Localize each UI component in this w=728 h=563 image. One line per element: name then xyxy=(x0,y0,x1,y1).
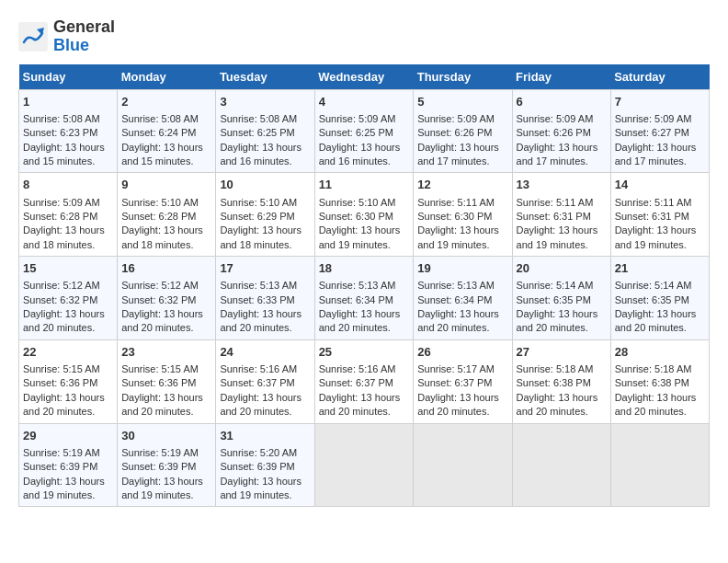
sunrise-label: Sunrise: 5:11 AM xyxy=(417,197,495,208)
calendar-week-4: 22Sunrise: 5:15 AMSunset: 6:36 PMDayligh… xyxy=(19,339,710,423)
calendar-cell: 12Sunrise: 5:11 AMSunset: 6:30 PMDayligh… xyxy=(414,173,512,257)
calendar-week-1: 1Sunrise: 5:08 AMSunset: 6:23 PMDaylight… xyxy=(19,89,710,173)
sunset-label: Sunset: 6:37 PM xyxy=(417,377,492,388)
day-number: 6 xyxy=(517,94,607,110)
daylight-label: Daylight: 13 hours and 18 minutes. xyxy=(121,224,203,249)
sunrise-label: Sunrise: 5:19 AM xyxy=(23,447,100,458)
day-number: 30 xyxy=(121,428,211,444)
logo-svg xyxy=(18,22,48,52)
sunset-label: Sunset: 6:31 PM xyxy=(517,211,591,222)
calendar-cell: 17Sunrise: 5:13 AMSunset: 6:33 PMDayligh… xyxy=(216,257,314,340)
calendar-cell: 20Sunrise: 5:14 AMSunset: 6:35 PMDayligh… xyxy=(512,257,610,340)
calendar-cell xyxy=(314,423,414,507)
day-number: 12 xyxy=(417,177,507,193)
day-number: 5 xyxy=(417,94,507,110)
day-number: 23 xyxy=(121,344,211,361)
calendar-cell: 9Sunrise: 5:10 AMSunset: 6:28 PMDaylight… xyxy=(118,173,216,257)
sunrise-label: Sunrise: 5:10 AM xyxy=(121,197,199,208)
calendar-cell: 5Sunrise: 5:09 AMSunset: 6:26 PMDaylight… xyxy=(414,89,512,173)
sunset-label: Sunset: 6:32 PM xyxy=(121,294,196,305)
sunset-label: Sunset: 6:24 PM xyxy=(121,127,196,138)
sunrise-label: Sunrise: 5:08 AM xyxy=(23,113,100,124)
daylight-label: Daylight: 13 hours and 16 minutes. xyxy=(319,142,401,167)
sunset-label: Sunset: 6:30 PM xyxy=(417,211,492,222)
day-number: 14 xyxy=(615,177,705,193)
day-number: 16 xyxy=(121,260,211,277)
daylight-label: Daylight: 13 hours and 16 minutes. xyxy=(220,142,301,167)
calendar-cell: 15Sunrise: 5:12 AMSunset: 6:32 PMDayligh… xyxy=(19,257,118,340)
calendar-cell: 7Sunrise: 5:09 AMSunset: 6:27 PMDaylight… xyxy=(610,89,709,173)
calendar-cell: 19Sunrise: 5:13 AMSunset: 6:34 PMDayligh… xyxy=(414,257,512,340)
day-header-friday: Friday xyxy=(512,64,610,90)
sunrise-label: Sunrise: 5:16 AM xyxy=(220,363,297,374)
calendar-body: 1Sunrise: 5:08 AMSunset: 6:23 PMDaylight… xyxy=(19,89,710,507)
calendar-cell xyxy=(512,423,610,507)
daylight-label: Daylight: 13 hours and 20 minutes. xyxy=(23,308,105,333)
sunset-label: Sunset: 6:37 PM xyxy=(220,377,294,388)
sunrise-label: Sunrise: 5:12 AM xyxy=(23,280,100,291)
day-header-tuesday: Tuesday xyxy=(216,64,314,90)
day-number: 7 xyxy=(615,94,705,110)
sunrise-label: Sunrise: 5:09 AM xyxy=(319,113,396,124)
day-number: 19 xyxy=(417,260,507,277)
daylight-label: Daylight: 13 hours and 20 minutes. xyxy=(417,308,499,333)
calendar-cell: 14Sunrise: 5:11 AMSunset: 6:31 PMDayligh… xyxy=(610,173,709,257)
daylight-label: Daylight: 13 hours and 19 minutes. xyxy=(121,476,203,500)
daylight-label: Daylight: 13 hours and 18 minutes. xyxy=(23,224,105,249)
sunset-label: Sunset: 6:31 PM xyxy=(615,211,689,222)
sunrise-label: Sunrise: 5:13 AM xyxy=(319,280,396,291)
daylight-label: Daylight: 13 hours and 19 minutes. xyxy=(517,224,598,249)
sunrise-label: Sunrise: 5:09 AM xyxy=(615,113,692,124)
sunrise-label: Sunrise: 5:11 AM xyxy=(615,197,692,208)
calendar-cell: 21Sunrise: 5:14 AMSunset: 6:35 PMDayligh… xyxy=(610,257,709,340)
sunset-label: Sunset: 6:26 PM xyxy=(517,127,591,138)
day-header-sunday: Sunday xyxy=(19,64,118,90)
sunset-label: Sunset: 6:28 PM xyxy=(121,211,196,222)
daylight-label: Daylight: 13 hours and 20 minutes. xyxy=(517,308,598,333)
calendar-cell: 25Sunrise: 5:16 AMSunset: 6:37 PMDayligh… xyxy=(314,339,414,423)
day-number: 18 xyxy=(319,260,410,277)
calendar-cell: 13Sunrise: 5:11 AMSunset: 6:31 PMDayligh… xyxy=(512,173,610,257)
sunset-label: Sunset: 6:39 PM xyxy=(220,461,294,472)
daylight-label: Daylight: 13 hours and 20 minutes. xyxy=(615,308,697,333)
sunset-label: Sunset: 6:25 PM xyxy=(220,127,294,138)
daylight-label: Daylight: 13 hours and 20 minutes. xyxy=(121,392,203,417)
page-header: General Blue xyxy=(18,18,710,55)
daylight-label: Daylight: 13 hours and 19 minutes. xyxy=(615,224,697,249)
day-number: 3 xyxy=(220,94,310,110)
sunrise-label: Sunrise: 5:12 AM xyxy=(121,280,199,291)
daylight-label: Daylight: 13 hours and 15 minutes. xyxy=(121,142,203,167)
calendar-week-2: 8Sunrise: 5:09 AMSunset: 6:28 PMDaylight… xyxy=(19,173,710,257)
day-number: 11 xyxy=(319,177,410,193)
day-number: 29 xyxy=(23,428,113,444)
logo: General Blue xyxy=(18,18,115,55)
calendar-cell: 3Sunrise: 5:08 AMSunset: 6:25 PMDaylight… xyxy=(216,89,314,173)
daylight-label: Daylight: 13 hours and 20 minutes. xyxy=(417,392,499,417)
calendar-cell: 22Sunrise: 5:15 AMSunset: 6:36 PMDayligh… xyxy=(19,339,118,423)
calendar-table: SundayMondayTuesdayWednesdayThursdayFrid… xyxy=(18,64,710,508)
calendar-cell: 23Sunrise: 5:15 AMSunset: 6:36 PMDayligh… xyxy=(118,339,216,423)
svg-rect-0 xyxy=(18,22,48,52)
sunrise-label: Sunrise: 5:09 AM xyxy=(417,113,495,124)
sunrise-label: Sunrise: 5:20 AM xyxy=(220,447,297,458)
daylight-label: Daylight: 13 hours and 19 minutes. xyxy=(417,224,499,249)
daylight-label: Daylight: 13 hours and 20 minutes. xyxy=(517,392,598,417)
daylight-label: Daylight: 13 hours and 20 minutes. xyxy=(121,308,203,333)
daylight-label: Daylight: 13 hours and 19 minutes. xyxy=(23,476,105,500)
day-number: 13 xyxy=(517,177,607,193)
sunset-label: Sunset: 6:39 PM xyxy=(23,461,97,472)
sunset-label: Sunset: 6:25 PM xyxy=(319,127,393,138)
calendar-cell: 27Sunrise: 5:18 AMSunset: 6:38 PMDayligh… xyxy=(512,339,610,423)
sunrise-label: Sunrise: 5:10 AM xyxy=(220,197,297,208)
day-number: 1 xyxy=(23,94,113,110)
sunrise-label: Sunrise: 5:11 AM xyxy=(517,197,594,208)
calendar-cell: 6Sunrise: 5:09 AMSunset: 6:26 PMDaylight… xyxy=(512,89,610,173)
sunrise-label: Sunrise: 5:14 AM xyxy=(517,280,594,291)
sunrise-label: Sunrise: 5:15 AM xyxy=(23,363,100,374)
sunset-label: Sunset: 6:27 PM xyxy=(615,127,689,138)
sunset-label: Sunset: 6:30 PM xyxy=(319,211,393,222)
calendar-cell: 8Sunrise: 5:09 AMSunset: 6:28 PMDaylight… xyxy=(19,173,118,257)
calendar-cell: 4Sunrise: 5:09 AMSunset: 6:25 PMDaylight… xyxy=(314,89,414,173)
sunset-label: Sunset: 6:37 PM xyxy=(319,377,393,388)
day-number: 25 xyxy=(319,344,410,361)
